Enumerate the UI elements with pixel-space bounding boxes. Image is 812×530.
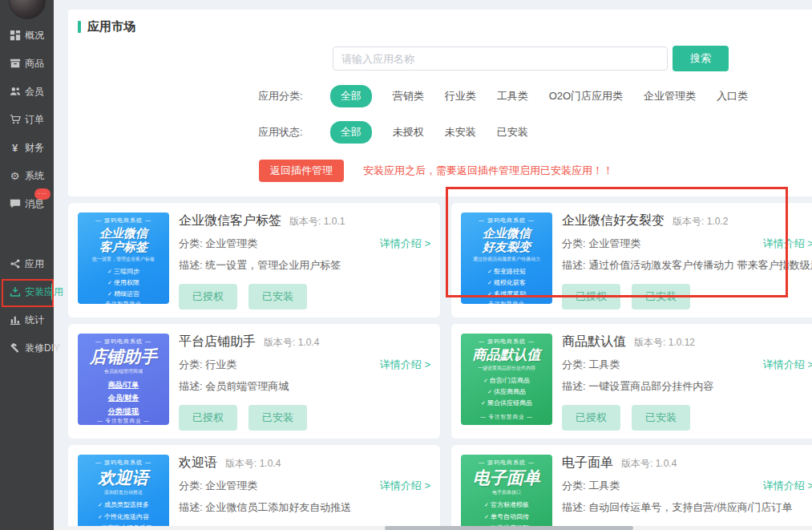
horizontal-scrollbar[interactable] [54, 526, 812, 530]
search-input[interactable] [333, 47, 668, 71]
search-row: 搜索 [333, 46, 812, 71]
app-category: 分类: 工具类 [562, 358, 620, 372]
app-version: 版本号: 1.0.1 [289, 215, 345, 229]
finance-icon: ¥ [9, 142, 21, 154]
app-name: 平台店铺助手 [179, 334, 256, 350]
sidebar-item-diy[interactable]: 装修DIY [0, 340, 54, 356]
category-option-all[interactable]: 全部 [330, 85, 372, 107]
app-description: 描述: 自动回传运单号，支持自营/供应商/门店订单 [562, 500, 812, 515]
detail-link[interactable]: 详情介绍 > [380, 237, 430, 251]
app-name: 电子面单 [562, 455, 613, 471]
app-card: — 源码电商系统 — 欢迎语 添加好友自动推送 成员类型选择多 个性化推送内容 … [68, 445, 440, 530]
system-icon: ⚙ [9, 170, 21, 182]
app-description: 描述: 会员前端管理商城 [179, 379, 430, 394]
status-option-all[interactable]: 全部 [330, 121, 372, 144]
app-icon: — 源码电商系统 — 店铺助手 会员前端管理商城 商品/订单 会员/财务 分类/… [78, 334, 169, 425]
install-app-icon [9, 286, 21, 298]
app-card: — 源码电商系统 — 店铺助手 会员前端管理商城 商品/订单 会员/财务 分类/… [68, 324, 440, 439]
app-category: 分类: 企业管理类 [179, 479, 257, 493]
category-option-tools[interactable]: 工具类 [497, 89, 528, 103]
sidebar-item-install-apps[interactable]: 安装应用 [0, 284, 54, 300]
status-option-uninstalled[interactable]: 未安装 [445, 125, 476, 140]
sidebar-item-label: 统计 [25, 314, 44, 327]
sidebar-item-overview[interactable]: 概况 [0, 27, 54, 43]
app-category: 分类: 行业类 [179, 358, 236, 372]
sidebar-item-messages[interactable]: 消息 ··· [0, 196, 54, 212]
installed-badge[interactable]: 已安装 [632, 405, 690, 431]
status-filter-label: 应用状态: [258, 125, 303, 140]
horizontal-scrollbar-thumb[interactable] [385, 526, 633, 530]
installed-badge[interactable]: 已安装 [248, 405, 307, 431]
back-to-plugin-manager-button[interactable]: 返回插件管理 [259, 160, 344, 182]
notice-row: 返回插件管理 安装应用之后，需要返回插件管理启用已安装应用！！ [259, 160, 812, 182]
category-option-enterprise[interactable]: 企业管理类 [644, 89, 696, 103]
app-market-panel: 应用市场 搜索 应用分类: 全部 营销类 行业类 工具类 O2O门店应用类 企业… [68, 10, 812, 196]
category-filter-label: 应用分类: [258, 89, 303, 103]
authorized-badge[interactable]: 已授权 [179, 405, 237, 431]
sidebar-item-goods[interactable]: 商品 [0, 55, 54, 71]
category-option-industry[interactable]: 行业类 [445, 89, 476, 103]
app-category: 分类: 企业管理类 [179, 237, 257, 251]
sidebar-item-label: 财务 [25, 141, 44, 155]
app-name: 欢迎语 [179, 455, 217, 471]
app-card-grid: — 源码电商系统 — 企业微信客户标签 统一设置，管理企业客户标签 三端同步 使… [68, 203, 812, 530]
app-version: 版本号: 1.0.2 [673, 215, 728, 229]
app-description: 描述: 统一设置，管理企业用户标签 [179, 258, 430, 273]
orders-icon [9, 114, 21, 126]
app-description: 描述: 通过价值活动激发客户传播动力 带来客户指数级新增 [562, 258, 812, 273]
authorized-badge[interactable]: 已授权 [179, 284, 237, 310]
sidebar-item-orders[interactable]: 订单 [0, 111, 54, 127]
app-icon: — 源码电商系统 — 企业微信客户标签 统一设置，管理企业客户标签 三端同步 使… [78, 212, 169, 304]
installed-badge[interactable]: 已安装 [248, 284, 307, 310]
sidebar-item-members[interactable]: 会员 [0, 83, 54, 99]
message-count-badge: ··· [34, 188, 50, 200]
sidebar-item-stats[interactable]: 统计 [0, 312, 54, 328]
detail-link[interactable]: 详情介绍 > [763, 479, 812, 493]
authorized-badge[interactable]: 已授权 [562, 405, 620, 431]
detail-link[interactable]: 详情介绍 > [763, 237, 812, 251]
goods-icon [9, 58, 21, 70]
category-option-entry[interactable]: 入口类 [717, 89, 748, 103]
stats-icon [9, 314, 21, 326]
sidebar-item-label: 安装应用 [25, 285, 63, 299]
app-category: 分类: 企业管理类 [562, 237, 640, 251]
page-title: 应用市场 [78, 19, 812, 34]
app-icon: — 源码电商系统 — 企业微信好友裂变 通过价值活动激发客户传播动力 裂变路径短… [461, 212, 552, 304]
app-card: — 源码电商系统 — 商品默认值 一键设置商品部分挂件内容 自营/门店商品 供应… [451, 324, 812, 439]
search-button[interactable]: 搜索 [673, 46, 729, 71]
status-option-unauthorized[interactable]: 未授权 [393, 125, 424, 140]
sidebar-item-label: 商品 [25, 57, 44, 71]
category-option-o2o[interactable]: O2O门店应用类 [549, 89, 623, 103]
sidebar-item-label: 订单 [25, 113, 44, 127]
app-category: 分类: 工具类 [562, 479, 620, 493]
detail-link[interactable]: 详情介绍 > [763, 358, 812, 372]
app-version: 版本号: 1.0.4 [225, 457, 281, 471]
install-notice-text: 安装应用之后，需要返回插件管理启用已安装应用！！ [363, 164, 613, 178]
status-filter-row: 应用状态: 全部 未授权 未安装 已安装 [258, 121, 812, 144]
user-avatar[interactable] [9, 0, 46, 19]
dashboard-icon [9, 30, 21, 42]
authorized-badge[interactable]: 已授权 [562, 284, 620, 310]
sidebar-item-system[interactable]: ⚙ 系统 [0, 168, 54, 184]
category-filter-row: 应用分类: 全部 营销类 行业类 工具类 O2O门店应用类 企业管理类 入口类 [258, 85, 812, 107]
sidebar-item-finance[interactable]: ¥ 财务 [0, 140, 54, 156]
title-accent-bar [78, 21, 81, 33]
app-card: — 源码电商系统 — 电子面单 电子面单接口 官方标准模板 单号自动回传 物流进… [451, 445, 812, 530]
app-description: 描述: 一键设置商品部分挂件内容 [562, 379, 812, 394]
main-content: 应用市场 搜索 应用分类: 全部 营销类 行业类 工具类 O2O门店应用类 企业… [68, 10, 812, 530]
detail-link[interactable]: 详情介绍 > [380, 479, 430, 493]
status-option-installed[interactable]: 已安装 [497, 125, 528, 140]
sidebar: 概况 商品 会员 订单 ¥ 财务 ⚙ 系统 消息 ··· 应用 安装应用 统计 … [0, 0, 54, 530]
app-name: 商品默认值 [562, 334, 626, 350]
diy-icon [9, 342, 21, 354]
category-option-marketing[interactable]: 营销类 [393, 89, 424, 103]
sidebar-item-label: 会员 [25, 85, 44, 99]
app-card: — 源码电商系统 — 企业微信好友裂变 通过价值活动激发客户传播动力 裂变路径短… [451, 203, 812, 318]
apps-icon [9, 258, 21, 270]
app-icon: — 源码电商系统 — 电子面单 电子面单接口 官方标准模板 单号自动回传 物流进… [461, 455, 552, 530]
sidebar-item-apps[interactable]: 应用 [0, 256, 54, 272]
detail-link[interactable]: 详情介绍 > [380, 358, 430, 372]
app-name: 企业微信客户标签 [179, 212, 281, 229]
installed-badge[interactable]: 已安装 [632, 284, 690, 310]
app-version: 版本号: 1.0.12 [634, 336, 695, 350]
